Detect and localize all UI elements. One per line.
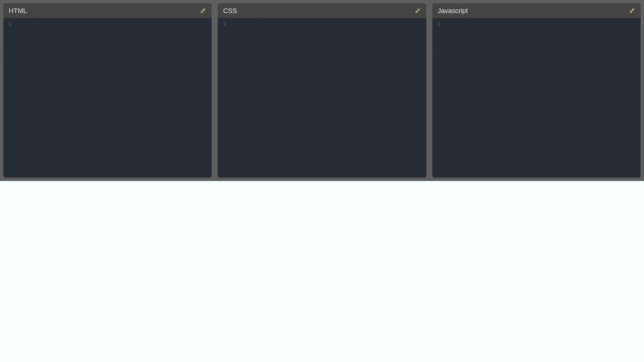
html-input[interactable] [15,18,212,178]
collapse-icon[interactable] [629,7,635,14]
line-number: 1 [432,21,440,27]
css-input[interactable] [229,18,426,178]
html-gutter: 1 [3,18,15,178]
html-panel-header: HTML [3,3,212,18]
editor-area: HTML 1 CSS [0,0,644,181]
javascript-panel-header: Javascript [432,3,641,18]
javascript-panel: Javascript 1 [432,3,641,178]
html-panel: HTML 1 [3,3,212,178]
css-panel: CSS 1 [218,3,426,178]
css-panel-header: CSS [218,3,426,18]
javascript-input[interactable] [444,18,641,178]
javascript-code-area[interactable]: 1 [432,18,641,178]
line-number: 1 [3,21,11,27]
html-code-area[interactable]: 1 [3,18,212,178]
line-number: 1 [218,21,226,27]
javascript-panel-title: Javascript [438,7,468,15]
collapse-icon[interactable] [200,7,206,14]
css-code-area[interactable]: 1 [218,18,426,178]
css-gutter: 1 [218,18,229,178]
javascript-gutter: 1 [432,18,444,178]
collapse-icon[interactable] [414,7,421,14]
html-panel-title: HTML [9,7,27,15]
css-panel-title: CSS [223,7,237,15]
